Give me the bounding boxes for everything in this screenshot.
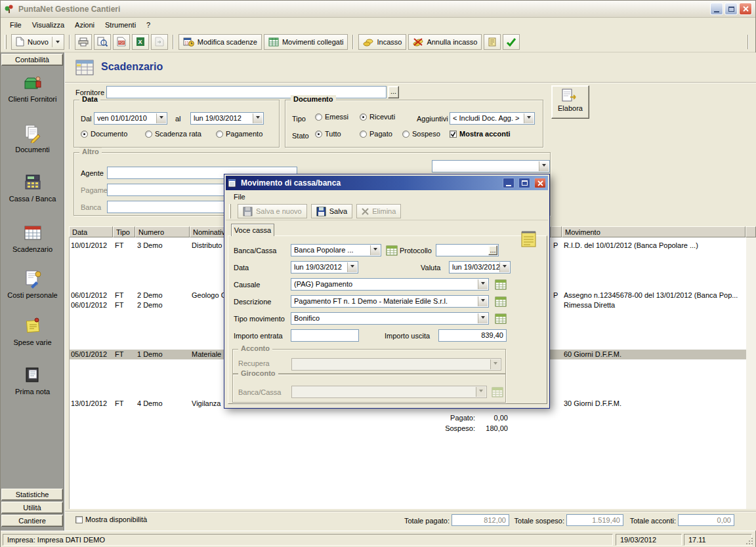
salva-button[interactable]: Salva [311, 204, 353, 218]
nuovo-button[interactable]: Nuovo [11, 34, 64, 50]
data-date-picker[interactable]: lun 19/03/2012 [291, 261, 358, 274]
scrollbar-track[interactable] [746, 237, 756, 509]
sidebar-item-costi-personale[interactable]: Costi personale [1, 269, 64, 299]
tab-voce-cassa[interactable]: Voce cassa [231, 224, 274, 236]
radio-emessi[interactable]: Emessi [315, 113, 348, 121]
sidebar-section-utilita[interactable]: Utilità [1, 502, 63, 514]
altro-right-select[interactable] [432, 160, 550, 172]
radio-sospeso[interactable]: Sospeso [402, 130, 440, 138]
banca-cassa-lookup-button[interactable] [385, 245, 398, 256]
chevron-down-icon[interactable] [478, 296, 488, 306]
menu-help[interactable]: ? [141, 19, 156, 31]
movimenti-collegati-button[interactable]: Movimenti collegati [264, 34, 348, 50]
close-button[interactable] [739, 3, 752, 15]
table-lookup-icon [495, 296, 507, 307]
toolbar-grip[interactable] [5, 35, 7, 49]
tipo-movimento-select[interactable]: Bonifico [291, 312, 489, 325]
export-button[interactable] [151, 34, 168, 50]
chevron-down-icon[interactable] [253, 113, 262, 123]
column-header-tipo[interactable]: Tipo [113, 226, 135, 237]
cash-in-icon [363, 37, 373, 47]
elabora-button[interactable]: Elabora [551, 85, 589, 119]
mostra-disponibilita-checkbox[interactable]: Mostra disponibilità [75, 516, 147, 523]
chevron-down-icon[interactable] [478, 314, 488, 323]
chevron-down-icon[interactable] [499, 262, 509, 272]
menu-visualizza[interactable]: Visualizza [27, 19, 70, 31]
sidebar-item-clienti-fornitori[interactable]: Clienti Fornitori [1, 73, 64, 103]
descrizione-lookup-button[interactable] [494, 296, 507, 307]
notepad-icon[interactable] [520, 230, 537, 249]
column-header-data[interactable]: Data [69, 226, 113, 237]
dal-date-picker[interactable]: ven 01/01/2010 [94, 112, 167, 125]
aggiuntivi-select[interactable]: < Includi Doc. Agg. > [450, 112, 535, 125]
column-header-numero[interactable]: Numero [135, 226, 190, 237]
importo-entrata-input[interactable] [291, 329, 359, 342]
sidebar-item-documenti[interactable]: Documenti [1, 123, 64, 153]
protocollo-input[interactable]: ... [436, 244, 499, 256]
cell-data: 10/01/2012 [71, 241, 113, 251]
maximize-button[interactable] [724, 3, 738, 15]
dal-label: Dal [81, 115, 92, 123]
print-button[interactable] [75, 34, 92, 50]
titlebar[interactable]: PuntaNet Gestione Cantieri [1, 1, 755, 18]
dialog-minimize-button[interactable] [503, 178, 514, 188]
excel-export-button[interactable]: X [132, 34, 149, 50]
annulla-incasso-button[interactable]: Annulla incasso [408, 34, 482, 50]
receipt-button[interactable] [484, 34, 501, 50]
column-header-movimento[interactable]: Movimento [562, 226, 746, 237]
radio-documento[interactable]: Documento [81, 130, 127, 138]
chevron-down-icon[interactable] [347, 262, 357, 272]
dialog-menu-file[interactable]: File [228, 191, 251, 203]
valuta-date-picker[interactable]: lun 19/03/2012 [449, 261, 511, 274]
protocollo-browse-button[interactable]: ... [488, 245, 497, 255]
sidebar-section-contabilita[interactable]: Contabilità [1, 54, 63, 66]
menu-strumenti[interactable]: Strumenti [100, 19, 141, 31]
new-document-icon [16, 37, 24, 47]
dialog-maximize-button[interactable] [518, 178, 530, 188]
chevron-down-icon[interactable] [478, 279, 488, 289]
sidebar-item-cassa-banca[interactable]: Cassa / Banca [1, 172, 64, 203]
resize-grip[interactable] [746, 537, 754, 546]
radio-scadenza-rata[interactable]: Scadenza rata [145, 130, 201, 138]
banca-cassa-select[interactable]: Banca Popolare ... [291, 244, 381, 256]
descrizione-select[interactable]: Pagamento FT n. 1 Demo - Materiale Edile… [291, 295, 489, 308]
sidebar-item-scadenzario[interactable]: Scadenzario [1, 223, 64, 253]
radio-pagamento[interactable]: Pagamento [216, 130, 262, 138]
sidebar-item-prima-nota[interactable]: Prima nota [1, 365, 64, 395]
dialog-titlebar[interactable]: Movimento di cassa/banca [226, 176, 548, 190]
radio-ricevuti[interactable]: Ricevuti [360, 113, 395, 121]
incasso-button[interactable]: Incasso [358, 34, 406, 50]
fornitore-browse-button[interactable]: ... [388, 86, 399, 98]
pdf-export-button[interactable]: PDF [113, 34, 130, 50]
print-preview-button[interactable] [94, 34, 111, 50]
causale-select[interactable]: (PAG) Pagamento [291, 278, 489, 291]
menu-azioni[interactable]: Azioni [70, 19, 100, 31]
tipo-movimento-lookup-button[interactable] [494, 313, 507, 324]
radio-tutto[interactable]: Tutto [315, 130, 341, 138]
sidebar-section-statistiche[interactable]: Statistiche [1, 489, 63, 500]
cell-movimento: R.I.D. del 10/01/2012 (Banca Popolare ..… [564, 241, 746, 251]
menu-file[interactable]: File [5, 19, 27, 31]
al-date-picker[interactable]: lun 19/03/2012 [190, 112, 264, 125]
importo-uscita-input[interactable]: 839,40 [438, 329, 507, 342]
causale-lookup-button[interactable] [494, 279, 507, 290]
modifica-scadenze-button[interactable]: Modifica scadenze [178, 34, 262, 50]
sidebar: Contabilità Clienti Fornitori Documenti … [1, 52, 64, 531]
close-icon [743, 6, 749, 12]
chevron-down-icon[interactable] [524, 113, 534, 123]
radio-pagato[interactable]: Pagato [360, 130, 392, 138]
chevron-down-icon[interactable] [156, 113, 166, 123]
dialog-close-button[interactable] [534, 178, 546, 188]
mostra-acconti-checkbox[interactable]: Mostra acconti [450, 130, 511, 138]
toolbar-grip[interactable] [229, 204, 231, 218]
toolbar-separator [352, 35, 354, 49]
fornitore-input[interactable] [106, 86, 387, 98]
confirm-button[interactable] [503, 34, 520, 50]
column-header-p[interactable] [551, 226, 562, 237]
chevron-down-icon[interactable] [370, 245, 380, 255]
chevron-down-icon[interactable] [539, 161, 549, 171]
sidebar-item-spese-varie[interactable]: Spese varie [1, 316, 64, 346]
toolbar-separator [69, 35, 70, 49]
sidebar-section-cantiere[interactable]: Cantiere [1, 515, 63, 527]
minimize-button[interactable] [710, 3, 723, 15]
